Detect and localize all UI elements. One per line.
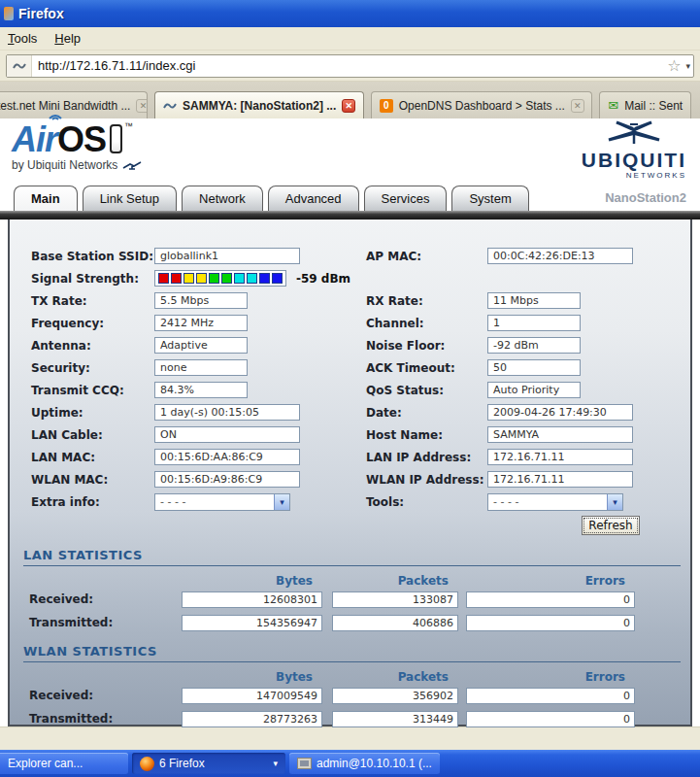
received-label: Received: bbox=[29, 592, 182, 606]
field-tools: Tools:- - - -▾ bbox=[351, 493, 690, 511]
url-field[interactable]: http://172.16.71.11/index.cgi ☆ ▾ bbox=[6, 54, 694, 78]
extra-info-label: Extra info: bbox=[31, 495, 154, 509]
browser-tab-test-net-mini-bandwidth[interactable]: test.net Mini Bandwidth ...✕ bbox=[0, 91, 148, 118]
column-header-errors: Errors bbox=[466, 574, 635, 588]
form-row: TX Rate:5.5 MbpsRX Rate:11 Mbps bbox=[10, 289, 690, 312]
bookmark-star-icon[interactable]: ☆ bbox=[663, 56, 684, 75]
menu-bar: ToolsHelp bbox=[0, 27, 700, 51]
qos-status-label: QoS Status: bbox=[366, 384, 487, 397]
noise-floor-label: Noise Floor: bbox=[366, 339, 487, 353]
small-antenna-icon bbox=[121, 160, 143, 170]
tab-link-setup[interactable]: Link Setup bbox=[83, 186, 177, 211]
refresh-button[interactable]: Refresh bbox=[582, 516, 640, 535]
column-header-packets: Packets bbox=[332, 574, 458, 588]
lan-statistics-transmitted-errors: 0 bbox=[466, 615, 635, 631]
wlan-ip-address-label: WLAN IP Address: bbox=[366, 473, 487, 487]
form-row: Signal Strength:-59 dBm bbox=[10, 267, 690, 289]
browser-tab-opendns-dashboard-stats[interactable]: 0OpenDNS Dashboard > Stats ...✕ bbox=[371, 91, 593, 118]
channel-label: Channel: bbox=[366, 317, 487, 330]
lan-statistics-transmitted-bytes: 154356947 bbox=[182, 615, 322, 631]
field-transmit-ccq: Transmit CCQ:84.3% bbox=[10, 382, 351, 398]
received-label: Received: bbox=[29, 689, 182, 702]
chevron-down-icon[interactable]: ▾ bbox=[607, 494, 622, 510]
taskbar-button-label: Explorer can... bbox=[8, 757, 83, 770]
noise-floor-value: -92 dBm bbox=[487, 337, 581, 354]
browser-tab-mail-sent[interactable]: ✉Mail :: Sent bbox=[599, 91, 691, 118]
ubiquiti-networks-text: NETWORKS bbox=[582, 171, 686, 180]
taskbar-button-admin-10-10-10-1[interactable]: admin@10.10.10.1 (... bbox=[289, 753, 440, 774]
lan-statistics-received-errors: 0 bbox=[466, 591, 635, 608]
taskbar-button-label: 6 Firefox bbox=[159, 757, 205, 770]
close-icon[interactable]: ✕ bbox=[136, 99, 148, 113]
tools-select[interactable]: - - - -▾ bbox=[487, 493, 623, 511]
tab-main[interactable]: Main bbox=[14, 186, 78, 211]
taskbar-button-6-firefox[interactable]: 6 Firefox▾ bbox=[132, 753, 285, 774]
mail-icon: ✉ bbox=[608, 98, 618, 113]
signal-bar bbox=[247, 273, 257, 284]
browser-tab-sammya-nanostation2[interactable]: SAMMYA: [NanoStation2] ...✕ bbox=[154, 91, 364, 118]
menu-item-help[interactable]: Help bbox=[54, 31, 81, 46]
field-ap-mac: AP MAC:00:0C:42:26:DE:13 bbox=[351, 248, 690, 264]
field-channel: Channel:1 bbox=[351, 315, 690, 331]
main-panel: Base Station SSID:globallink1AP MAC:00:0… bbox=[8, 220, 692, 726]
ubiquiti-logo: UBIQUITI NETWORKS bbox=[582, 120, 686, 180]
firefox-app-icon bbox=[4, 7, 14, 20]
tab-system[interactable]: System bbox=[451, 186, 528, 211]
close-icon[interactable]: ✕ bbox=[571, 99, 584, 113]
airos-page: Air OS ™ by Ubiquiti Networks bbox=[0, 118, 700, 726]
rx-rate-value: 11 Mbps bbox=[487, 292, 581, 309]
form-row: Security:noneACK Timeout:50 bbox=[10, 356, 690, 379]
extra-info-select[interactable]: - - - -▾ bbox=[154, 493, 290, 511]
opendns-icon: 0 bbox=[380, 99, 393, 113]
url-input[interactable]: http://172.16.71.11/index.cgi bbox=[32, 58, 663, 73]
taskbar-button-label: admin@10.10.10.1 (... bbox=[317, 757, 432, 770]
tx-rate-value: 5.5 Mbps bbox=[154, 292, 248, 309]
ack-timeout-label: ACK Timeout: bbox=[366, 361, 487, 375]
signal-bar bbox=[209, 273, 219, 284]
close-icon[interactable]: ✕ bbox=[342, 99, 355, 113]
menu-item-tools[interactable]: Tools bbox=[8, 31, 37, 46]
form-row: LAN Cable:ONHost Name:SAMMYA bbox=[10, 423, 690, 446]
taskbar-group-arrow-icon[interactable]: ▾ bbox=[273, 759, 278, 768]
lan-statistics-received-bytes: 12608301 bbox=[182, 591, 322, 608]
window-titlebar: Firefox bbox=[0, 0, 700, 27]
column-header-bytes: Bytes bbox=[182, 670, 322, 684]
select-value: - - - - bbox=[155, 495, 274, 508]
antenna-value: Adaptive bbox=[154, 337, 248, 354]
stats-header-row: BytesPacketsErrors bbox=[10, 570, 690, 588]
wlan-ip-address-value: 172.16.71.11 bbox=[487, 471, 633, 488]
form-row: Extra info:- - - -▾Tools:- - - -▾ bbox=[10, 490, 690, 513]
tab-network[interactable]: Network bbox=[182, 186, 263, 211]
transmit-ccq-label: Transmit CCQ: bbox=[31, 384, 154, 397]
field-signal-strength: Signal Strength:-59 dBm bbox=[10, 270, 351, 287]
field-antenna: Antenna:Adaptive bbox=[10, 337, 351, 354]
host-name-label: Host Name: bbox=[366, 428, 487, 442]
tools-label: Tools: bbox=[366, 495, 487, 509]
trademark-symbol: ™ bbox=[124, 122, 133, 131]
wlan-statistics-received-errors: 0 bbox=[466, 688, 635, 704]
airos-logo-os: OS bbox=[57, 122, 106, 157]
table-row: Received:1470095493569020 bbox=[10, 684, 690, 707]
date-value: 2009-04-26 17:49:30 bbox=[487, 404, 633, 421]
signal-bar bbox=[259, 273, 270, 284]
tab-advanced[interactable]: Advanced bbox=[268, 186, 359, 211]
form-row: Antenna:AdaptiveNoise Floor:-92 dBm bbox=[10, 334, 690, 356]
url-dropdown-icon[interactable]: ▾ bbox=[684, 61, 693, 71]
field-base-station-ssid: Base Station SSID:globallink1 bbox=[10, 248, 351, 264]
field-ack-timeout: ACK Timeout:50 bbox=[351, 359, 690, 376]
field-qos-status: QoS Status:Auto Priority bbox=[351, 382, 690, 398]
tab-services[interactable]: Services bbox=[364, 186, 448, 211]
field-host-name: Host Name:SAMMYA bbox=[351, 426, 690, 443]
lan-statistics-transmitted-packets: 406886 bbox=[332, 615, 458, 631]
browser-tab-label: OpenDNS Dashboard > Stats ... bbox=[399, 99, 565, 113]
field-lan-mac: LAN MAC:00:15:6D:AA:86:C9 bbox=[10, 449, 351, 465]
security-value: none bbox=[154, 359, 248, 376]
chevron-down-icon[interactable]: ▾ bbox=[274, 494, 289, 510]
signal-bar bbox=[272, 273, 283, 284]
form-row: WLAN MAC:00:15:6D:A9:86:C9WLAN IP Addres… bbox=[10, 468, 690, 490]
statistics-area: LAN STATISTICSBytesPacketsErrorsReceived… bbox=[10, 548, 690, 730]
url-toolbar: http://172.16.71.11/index.cgi ☆ ▾ bbox=[0, 51, 700, 82]
field-lan-ip-address: LAN IP Address:172.16.71.11 bbox=[351, 449, 690, 465]
transmitted-label: Transmitted: bbox=[29, 712, 182, 726]
taskbar-button-explorer-can[interactable]: Explorer can... bbox=[0, 753, 128, 774]
